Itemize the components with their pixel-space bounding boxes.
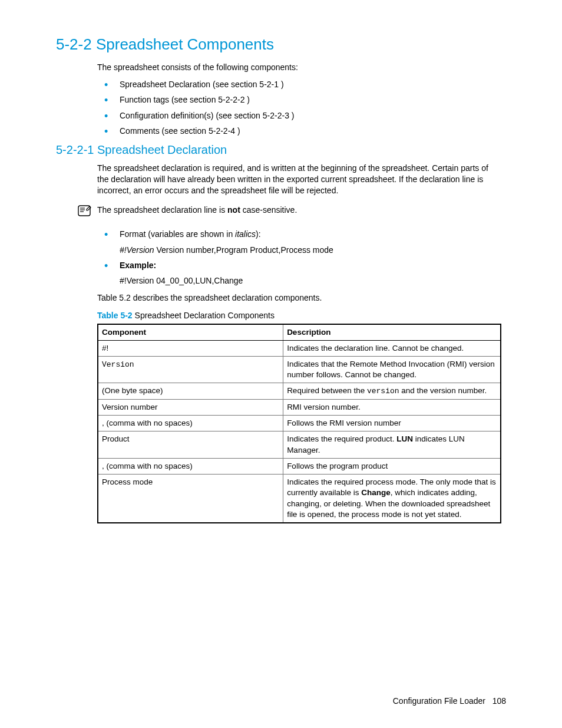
list-item: Configuration definition(s) (see section… [120, 109, 501, 122]
list-item: Example: #!Version 04_00_00,LUN,Change [120, 259, 501, 288]
table-header: Description [283, 324, 501, 341]
component-list: Spreadsheet Declaration (see section 5-2… [97, 78, 501, 138]
table-row: , (comma with no spaces) Follows the RMI… [98, 416, 501, 431]
table-row: Version number RMI version number. [98, 400, 501, 416]
list-item: Function tags (see section 5-2-2-2 ) [120, 93, 501, 106]
table-row: , (comma with no spaces) Follows the pro… [98, 458, 501, 474]
section-heading: 5-2-2 Spreadsheet Components [56, 35, 506, 54]
format-line-rest: Version number,Program Product,Process m… [154, 245, 333, 255]
table-row: Process mode Indicates the required proc… [98, 475, 501, 523]
table-row: (One byte space) Required between the ve… [98, 383, 501, 400]
format-list: Format (variables are shown in italics):… [97, 228, 501, 288]
intro-text: The spreadsheet consists of the followin… [97, 62, 501, 73]
list-item: Spreadsheet Declaration (see section 5-2… [120, 78, 501, 91]
table-row: Version Indicates that the Remote Method… [98, 357, 501, 383]
format-line-var: #!Version [120, 245, 154, 255]
table-header: Component [98, 324, 283, 341]
table-intro: Table 5.2 describes the spreadsheet decl… [97, 292, 501, 304]
note-block: The spreadsheet declaration line is not … [56, 205, 506, 219]
example-line: #!Version 04_00_00,LUN,Change [120, 274, 501, 287]
note-text: The spreadsheet declaration line is not … [97, 205, 506, 216]
page-footer: Configuration File Loader 108 [393, 696, 506, 706]
table-caption: Table 5-2 Spreadsheet Declaration Compon… [97, 311, 501, 320]
note-icon [77, 205, 94, 219]
declaration-para: The spreadsheet declaration is required,… [97, 163, 501, 196]
declaration-table: Component Description #! Indicates the d… [97, 324, 501, 523]
list-item: Format (variables are shown in italics):… [120, 228, 501, 256]
list-item: Comments (see section 5-2-2-4 ) [120, 124, 501, 137]
subsection-heading: 5-2-2-1 Spreadsheet Declaration [56, 143, 506, 157]
table-row: Product Indicates the required product. … [98, 431, 501, 458]
table-row: #! Indicates the declaration line. Canno… [98, 340, 501, 356]
